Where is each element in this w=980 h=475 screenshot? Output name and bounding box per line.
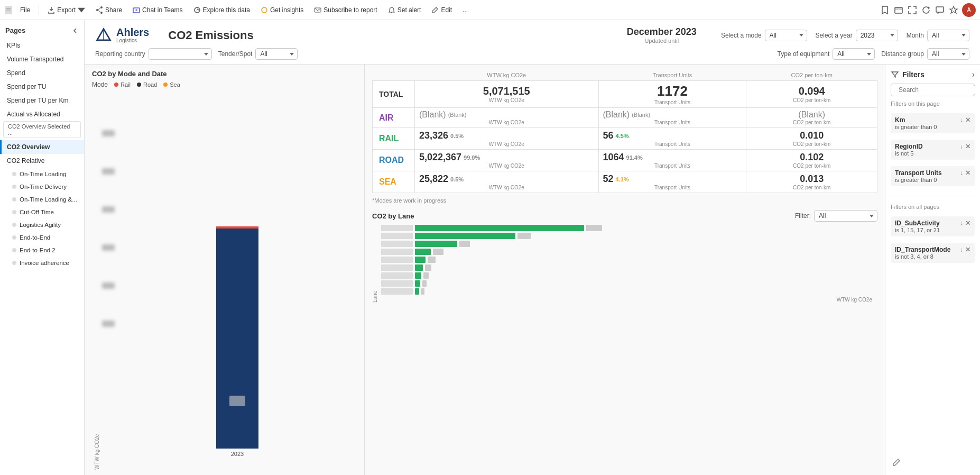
fullscreen-icon[interactable] — [907, 5, 918, 15]
reporting-country-label: Reporting country — [95, 50, 145, 58]
lane-bar-row-5 — [381, 257, 877, 263]
total-tu-value: 1172 — [603, 83, 742, 99]
sidebar-item-co2-overview[interactable]: CO2 Overview — [0, 140, 84, 154]
lane-bar-left — [381, 241, 413, 247]
filter-tu-clear[interactable]: ↓ — [960, 169, 963, 177]
bookmark-icon[interactable] — [880, 5, 890, 15]
subscribe-button[interactable]: Subscribe to report — [310, 4, 381, 16]
filters-row-2: Reporting country Tender/Spot All Type o… — [95, 48, 969, 60]
main-layout: Pages KPIs Volume Transported Spend Spen… — [0, 20, 980, 475]
sidebar-item-label: Cut-Off Time — [20, 209, 54, 215]
filter-transportmode-clear[interactable]: ↓ — [960, 246, 963, 253]
sidebar-item-label: End-to-End — [20, 234, 50, 241]
col-tu-header: Transport Units — [598, 70, 746, 81]
comment-icon[interactable] — [935, 5, 945, 15]
sidebar-item-on-time-loading-2[interactable]: On-Time Loading &... — [0, 193, 84, 206]
more-button[interactable]: ... — [458, 4, 472, 16]
sidebar-item-cutoff[interactable]: Cut-Off Time — [0, 206, 84, 218]
lane-bar-right — [459, 241, 470, 247]
rail-label: Rail — [121, 81, 131, 88]
legend-rail: Rail — [114, 81, 131, 88]
reporting-country-dropdown[interactable] — [149, 48, 212, 60]
insights-button[interactable]: i Get insights — [256, 4, 308, 16]
explore-button[interactable]: Explore this data — [189, 4, 254, 16]
sidebar-item-label: On-Time Loading — [20, 171, 66, 177]
lane-bar-row-4 — [381, 249, 877, 255]
distance-group-label: Distance group — [881, 50, 924, 58]
sidebar-item-end-to-end[interactable]: End-to-End — [0, 231, 84, 244]
lane-bar-right — [517, 233, 531, 239]
filter-tu-edit[interactable]: ✕ — [965, 169, 970, 177]
sidebar-collapse-icon[interactable] — [71, 27, 79, 34]
sidebar-item-on-time-delivery[interactable]: On-Time Delivery — [0, 180, 84, 193]
filter-km-clear[interactable]: ↓ — [960, 116, 963, 124]
sidebar-item-volume[interactable]: Volume Transported — [0, 52, 84, 66]
distance-group-dropdown[interactable]: All — [927, 48, 969, 60]
filter-regionid-clear[interactable]: ↓ — [960, 143, 963, 150]
sidebar-item-label: End-to-End 2 — [20, 247, 56, 253]
filter-transportmode-edit[interactable]: ✕ — [965, 246, 970, 253]
export-button[interactable]: Export — [43, 4, 89, 16]
sidebar-item-actual-vs-allocated[interactable]: Actual vs Allocated — [0, 107, 84, 121]
sidebar-item-co2-relative[interactable]: CO2 Relative — [0, 154, 84, 168]
air-label: AIR — [373, 108, 415, 128]
sidebar-item-spend-per-tu-km[interactable]: Spend per TU per Km — [0, 94, 84, 107]
share-button[interactable]: Share — [91, 4, 126, 16]
sidebar-item-label: On-Time Loading &... — [20, 196, 77, 203]
air-wtw: (Blank) (Blank) WTW kg CO2e — [415, 108, 599, 128]
sidebar-item-label: On-Time Delivery — [20, 184, 67, 190]
total-tu-unit: Transport Units — [603, 99, 742, 105]
lane-bar-row-6 — [381, 264, 877, 271]
select-year-dropdown[interactable]: 2023 — [856, 30, 898, 41]
sidebar-item-end-to-end-2[interactable]: End-to-End 2 — [0, 244, 84, 257]
user-avatar[interactable]: A — [962, 3, 976, 17]
sea-label: SEA — [373, 171, 415, 193]
sidebar-item-kpis[interactable]: KPIs — [0, 39, 84, 52]
sidebar-item-spend-per-tu[interactable]: Spend per TU — [0, 80, 84, 94]
sea-dot — [163, 83, 168, 87]
kpi-table: WTW kg CO2e Transport Units CO2 per ton-… — [372, 70, 877, 193]
sidebar: Pages KPIs Volume Transported Spend Spen… — [0, 20, 85, 475]
lane-bar-green — [415, 225, 584, 231]
sidebar-item-spend[interactable]: Spend — [0, 66, 84, 80]
lane-bar-row-8 — [381, 280, 877, 287]
lane-bar-row-9 — [381, 288, 877, 295]
select-mode-dropdown[interactable]: All — [765, 30, 807, 41]
lane-section: CO2 by Lane Filter: All Lane — [372, 210, 877, 303]
report-date-block: December 2023 Updated until — [627, 26, 697, 44]
svg-rect-15 — [936, 7, 944, 12]
filter-search-input[interactable] — [899, 86, 978, 94]
star-icon[interactable] — [948, 5, 959, 15]
filter-km-edit[interactable]: ✕ — [965, 116, 970, 124]
sidebar-item-logistics-agility[interactable]: Logistics Agility — [0, 218, 84, 231]
window-icon[interactable] — [893, 5, 904, 15]
set-alert-button[interactable]: Set alert — [384, 4, 426, 16]
edit-button[interactable]: Edit — [427, 4, 456, 16]
sidebar-item-invoice-adherence[interactable]: Invoice adherence — [0, 257, 84, 269]
filters-expand-button[interactable]: › — [972, 70, 975, 79]
lane-filter-dropdown[interactable]: All — [814, 210, 877, 222]
filter-subactivity-edit[interactable]: ✕ — [965, 220, 970, 227]
filter-subactivity-clear[interactable]: ↓ — [960, 220, 963, 227]
air-wtw-value: (Blank) (Blank) — [419, 110, 594, 120]
report-updated: Updated until — [627, 38, 697, 44]
sidebar-tooltip: CO2 Overview Selected ... — [3, 121, 81, 138]
type-equipment-dropdown[interactable]: All — [833, 48, 875, 60]
month-dropdown[interactable]: All — [927, 30, 969, 41]
lane-bar-green — [415, 249, 431, 255]
sidebar-dot — [12, 248, 16, 252]
lane-bar-green — [415, 264, 423, 271]
month-filter-group: Month All — [907, 30, 969, 41]
filters-title: Filters — [902, 70, 924, 79]
filter-regionid-edit[interactable]: ✕ — [965, 143, 970, 150]
sea-label: Sea — [170, 81, 180, 88]
tender-spot-dropdown[interactable]: All — [255, 48, 298, 60]
sidebar-item-on-time-loading[interactable]: On-Time Loading — [0, 168, 84, 180]
total-tu: 1172 Transport Units — [598, 81, 746, 108]
edit-pencil-icon[interactable] — [891, 458, 901, 468]
chat-teams-button[interactable]: Chat in Teams — [128, 4, 187, 16]
content: Ahlers Logistics CO2 Emissions December … — [85, 20, 980, 475]
refresh-icon[interactable] — [921, 5, 931, 15]
file-button[interactable]: File — [16, 4, 34, 16]
lane-bar-left — [381, 272, 413, 279]
